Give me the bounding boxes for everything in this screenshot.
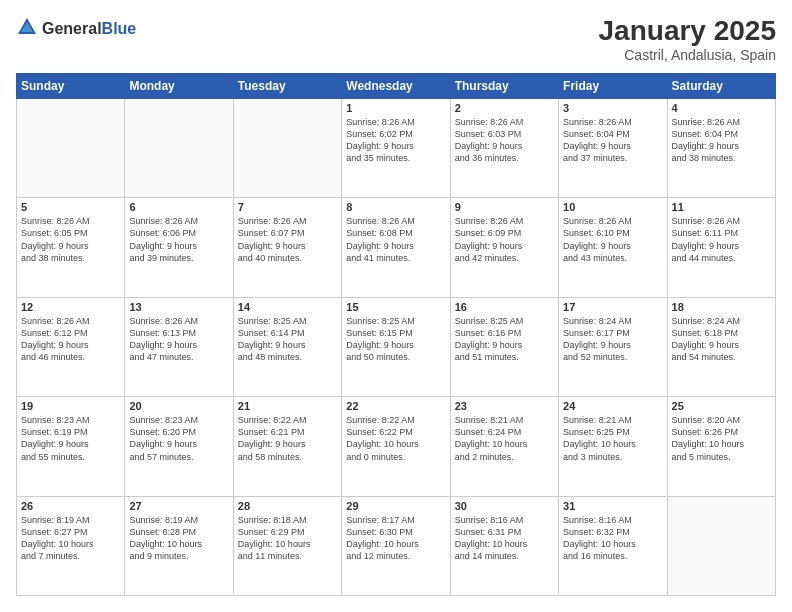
day-number: 28	[238, 500, 337, 512]
day-number: 16	[455, 301, 554, 313]
calendar-cell: 27Sunrise: 8:19 AM Sunset: 6:28 PM Dayli…	[125, 496, 233, 595]
day-info: Sunrise: 8:25 AM Sunset: 6:16 PM Dayligh…	[455, 315, 554, 364]
day-number: 26	[21, 500, 120, 512]
week-row: 12Sunrise: 8:26 AM Sunset: 6:12 PM Dayli…	[17, 297, 776, 396]
calendar-cell: 6Sunrise: 8:26 AM Sunset: 6:06 PM Daylig…	[125, 198, 233, 297]
day-number: 17	[563, 301, 662, 313]
day-number: 13	[129, 301, 228, 313]
day-info: Sunrise: 8:26 AM Sunset: 6:05 PM Dayligh…	[21, 215, 120, 264]
day-number: 6	[129, 201, 228, 213]
day-of-week-header: Sunday	[17, 73, 125, 98]
day-of-week-header: Tuesday	[233, 73, 341, 98]
calendar-cell: 23Sunrise: 8:21 AM Sunset: 6:24 PM Dayli…	[450, 397, 558, 496]
day-info: Sunrise: 8:25 AM Sunset: 6:14 PM Dayligh…	[238, 315, 337, 364]
day-of-week-header: Wednesday	[342, 73, 450, 98]
day-info: Sunrise: 8:26 AM Sunset: 6:10 PM Dayligh…	[563, 215, 662, 264]
calendar: SundayMondayTuesdayWednesdayThursdayFrid…	[16, 73, 776, 596]
day-info: Sunrise: 8:23 AM Sunset: 6:19 PM Dayligh…	[21, 414, 120, 463]
calendar-cell: 31Sunrise: 8:16 AM Sunset: 6:32 PM Dayli…	[559, 496, 667, 595]
day-info: Sunrise: 8:26 AM Sunset: 6:08 PM Dayligh…	[346, 215, 445, 264]
day-number: 14	[238, 301, 337, 313]
logo-general: General	[42, 20, 102, 37]
calendar-cell: 9Sunrise: 8:26 AM Sunset: 6:09 PM Daylig…	[450, 198, 558, 297]
page-title: January 2025	[599, 16, 776, 47]
week-row: 1Sunrise: 8:26 AM Sunset: 6:02 PM Daylig…	[17, 98, 776, 197]
day-info: Sunrise: 8:22 AM Sunset: 6:21 PM Dayligh…	[238, 414, 337, 463]
calendar-cell: 4Sunrise: 8:26 AM Sunset: 6:04 PM Daylig…	[667, 98, 775, 197]
day-info: Sunrise: 8:25 AM Sunset: 6:15 PM Dayligh…	[346, 315, 445, 364]
calendar-cell: 24Sunrise: 8:21 AM Sunset: 6:25 PM Dayli…	[559, 397, 667, 496]
calendar-cell: 15Sunrise: 8:25 AM Sunset: 6:15 PM Dayli…	[342, 297, 450, 396]
day-number: 18	[672, 301, 771, 313]
day-number: 20	[129, 400, 228, 412]
day-number: 30	[455, 500, 554, 512]
calendar-cell: 5Sunrise: 8:26 AM Sunset: 6:05 PM Daylig…	[17, 198, 125, 297]
day-number: 15	[346, 301, 445, 313]
calendar-cell: 14Sunrise: 8:25 AM Sunset: 6:14 PM Dayli…	[233, 297, 341, 396]
day-number: 24	[563, 400, 662, 412]
title-block: January 2025 Castril, Andalusia, Spain	[599, 16, 776, 63]
calendar-cell	[233, 98, 341, 197]
day-of-week-header: Friday	[559, 73, 667, 98]
calendar-cell: 13Sunrise: 8:26 AM Sunset: 6:13 PM Dayli…	[125, 297, 233, 396]
day-info: Sunrise: 8:26 AM Sunset: 6:12 PM Dayligh…	[21, 315, 120, 364]
day-info: Sunrise: 8:17 AM Sunset: 6:30 PM Dayligh…	[346, 514, 445, 563]
calendar-cell: 29Sunrise: 8:17 AM Sunset: 6:30 PM Dayli…	[342, 496, 450, 595]
day-number: 12	[21, 301, 120, 313]
day-info: Sunrise: 8:26 AM Sunset: 6:04 PM Dayligh…	[563, 116, 662, 165]
day-info: Sunrise: 8:24 AM Sunset: 6:17 PM Dayligh…	[563, 315, 662, 364]
calendar-cell: 7Sunrise: 8:26 AM Sunset: 6:07 PM Daylig…	[233, 198, 341, 297]
day-info: Sunrise: 8:20 AM Sunset: 6:26 PM Dayligh…	[672, 414, 771, 463]
week-row: 5Sunrise: 8:26 AM Sunset: 6:05 PM Daylig…	[17, 198, 776, 297]
day-number: 31	[563, 500, 662, 512]
calendar-cell: 11Sunrise: 8:26 AM Sunset: 6:11 PM Dayli…	[667, 198, 775, 297]
day-info: Sunrise: 8:19 AM Sunset: 6:28 PM Dayligh…	[129, 514, 228, 563]
day-number: 22	[346, 400, 445, 412]
day-info: Sunrise: 8:26 AM Sunset: 6:13 PM Dayligh…	[129, 315, 228, 364]
calendar-cell: 25Sunrise: 8:20 AM Sunset: 6:26 PM Dayli…	[667, 397, 775, 496]
day-number: 11	[672, 201, 771, 213]
day-number: 27	[129, 500, 228, 512]
day-number: 25	[672, 400, 771, 412]
day-number: 2	[455, 102, 554, 114]
calendar-cell	[17, 98, 125, 197]
calendar-cell: 21Sunrise: 8:22 AM Sunset: 6:21 PM Dayli…	[233, 397, 341, 496]
day-info: Sunrise: 8:26 AM Sunset: 6:07 PM Dayligh…	[238, 215, 337, 264]
calendar-cell: 18Sunrise: 8:24 AM Sunset: 6:18 PM Dayli…	[667, 297, 775, 396]
logo: GeneralBlue	[16, 16, 136, 42]
day-info: Sunrise: 8:26 AM Sunset: 6:09 PM Dayligh…	[455, 215, 554, 264]
calendar-cell: 10Sunrise: 8:26 AM Sunset: 6:10 PM Dayli…	[559, 198, 667, 297]
week-row: 26Sunrise: 8:19 AM Sunset: 6:27 PM Dayli…	[17, 496, 776, 595]
day-info: Sunrise: 8:24 AM Sunset: 6:18 PM Dayligh…	[672, 315, 771, 364]
calendar-cell: 3Sunrise: 8:26 AM Sunset: 6:04 PM Daylig…	[559, 98, 667, 197]
logo-blue: Blue	[102, 20, 137, 37]
calendar-cell: 8Sunrise: 8:26 AM Sunset: 6:08 PM Daylig…	[342, 198, 450, 297]
day-of-week-header: Thursday	[450, 73, 558, 98]
calendar-cell: 20Sunrise: 8:23 AM Sunset: 6:20 PM Dayli…	[125, 397, 233, 496]
day-info: Sunrise: 8:16 AM Sunset: 6:31 PM Dayligh…	[455, 514, 554, 563]
day-info: Sunrise: 8:26 AM Sunset: 6:02 PM Dayligh…	[346, 116, 445, 165]
day-info: Sunrise: 8:19 AM Sunset: 6:27 PM Dayligh…	[21, 514, 120, 563]
calendar-cell: 19Sunrise: 8:23 AM Sunset: 6:19 PM Dayli…	[17, 397, 125, 496]
day-number: 21	[238, 400, 337, 412]
day-number: 23	[455, 400, 554, 412]
calendar-cell	[667, 496, 775, 595]
calendar-header-row: SundayMondayTuesdayWednesdayThursdayFrid…	[17, 73, 776, 98]
calendar-cell: 28Sunrise: 8:18 AM Sunset: 6:29 PM Dayli…	[233, 496, 341, 595]
day-info: Sunrise: 8:26 AM Sunset: 6:04 PM Dayligh…	[672, 116, 771, 165]
day-number: 4	[672, 102, 771, 114]
day-number: 10	[563, 201, 662, 213]
calendar-cell: 2Sunrise: 8:26 AM Sunset: 6:03 PM Daylig…	[450, 98, 558, 197]
day-info: Sunrise: 8:21 AM Sunset: 6:24 PM Dayligh…	[455, 414, 554, 463]
logo-icon	[16, 16, 38, 38]
day-number: 5	[21, 201, 120, 213]
header: GeneralBlue January 2025 Castril, Andalu…	[16, 16, 776, 63]
calendar-cell: 1Sunrise: 8:26 AM Sunset: 6:02 PM Daylig…	[342, 98, 450, 197]
day-info: Sunrise: 8:22 AM Sunset: 6:22 PM Dayligh…	[346, 414, 445, 463]
day-number: 29	[346, 500, 445, 512]
day-of-week-header: Monday	[125, 73, 233, 98]
day-of-week-header: Saturday	[667, 73, 775, 98]
calendar-cell: 26Sunrise: 8:19 AM Sunset: 6:27 PM Dayli…	[17, 496, 125, 595]
calendar-cell: 30Sunrise: 8:16 AM Sunset: 6:31 PM Dayli…	[450, 496, 558, 595]
calendar-cell: 17Sunrise: 8:24 AM Sunset: 6:17 PM Dayli…	[559, 297, 667, 396]
